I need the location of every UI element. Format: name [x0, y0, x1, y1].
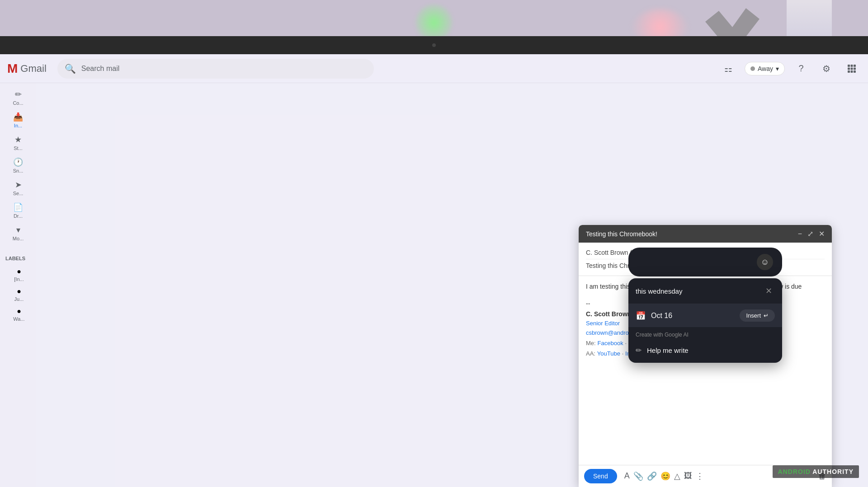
drive-icon[interactable]: △: [674, 471, 680, 481]
label-name-1: [In...: [14, 276, 24, 282]
snoozed-icon: 🕐: [13, 157, 23, 167]
sent-icon: ➤: [15, 180, 22, 190]
left-nav: ✏ Co... 📥 In... ★ St... 🕐 Sn... ➤ Se... …: [0, 83, 36, 487]
help-write-pencil-icon: ✏: [636, 346, 642, 355]
send-button[interactable]: Send: [584, 469, 617, 483]
help-write-label: Help me write: [647, 347, 689, 354]
sparkle-emoji: ☺: [761, 258, 769, 267]
compose-header-icons: − ⤢ ✕: [798, 229, 825, 238]
labels-section: Labels ● [In... ● Ju... ● Wa...: [0, 254, 36, 324]
ai-section-label: Create with Google AI: [636, 332, 775, 338]
gmail-m-icon: M: [7, 61, 18, 76]
laptop-camera: [432, 43, 436, 47]
insert-return-icon: ↵: [764, 312, 769, 319]
suggestion-left: 📅 Oct 16: [636, 311, 672, 321]
popup-query-text: this wednesday: [636, 287, 682, 295]
gmail-logo: M Gmail: [7, 61, 47, 76]
search-icon: 🔍: [65, 63, 76, 74]
smart-compose-popup: this wednesday ✕ 📅 Oct 16 Insert ↵: [628, 278, 782, 363]
suggestion-date: Oct 16: [651, 312, 672, 320]
popup-header: this wednesday ✕: [628, 278, 782, 304]
nav-item-sent[interactable]: ➤ Se...: [3, 177, 33, 199]
gmail-label: Gmail: [20, 63, 46, 75]
photo-icon[interactable]: 🖼: [684, 471, 692, 481]
help-me-write-option[interactable]: ✏ Help me write: [636, 342, 775, 358]
svg-rect-4: [850, 67, 853, 70]
svg-rect-1: [850, 65, 853, 67]
svg-rect-0: [848, 65, 850, 67]
nav-sent-label: Se...: [13, 191, 24, 196]
status-button[interactable]: Away ▾: [745, 62, 785, 75]
link-icon[interactable]: 🔗: [647, 471, 657, 481]
popup-close-button[interactable]: ✕: [762, 285, 775, 297]
settings-icon[interactable]: ⚙: [817, 60, 835, 78]
attachment-icon[interactable]: 📎: [633, 471, 643, 481]
sparkle-icon[interactable]: ☺: [757, 254, 773, 270]
more-icon: ▾: [16, 225, 20, 235]
label-name-3: Wa...: [13, 316, 24, 322]
link-sep-3: ·: [622, 350, 625, 357]
compose-title: Testing this Chromebook!: [586, 230, 657, 238]
watermark-white: AUTHORITY: [812, 468, 854, 475]
nav-starred-label: St...: [14, 145, 23, 151]
nav-item-snoozed[interactable]: 🕐 Sn...: [3, 155, 33, 176]
status-dot: [750, 66, 755, 71]
insert-label: Insert: [746, 312, 761, 319]
search-label: Search mail: [81, 65, 119, 73]
apps-grid-icon[interactable]: [843, 60, 861, 78]
nav-snoozed-label: Sn...: [13, 168, 24, 173]
nav-inbox-label: In...: [14, 123, 22, 128]
label-item-1[interactable]: ● [In...: [4, 265, 34, 285]
nav-item-more[interactable]: ▾ Mo...: [3, 222, 33, 244]
smart-compose-input-box[interactable]: ☺: [628, 248, 782, 276]
nav-item-compose[interactable]: ✏ Co...: [3, 87, 33, 108]
screen: M Gmail 🔍 Search mail ⚏ Away ▾ ? ⚙: [0, 54, 868, 487]
compose-expand-icon[interactable]: ⤢: [807, 229, 813, 238]
aa-youtube-link[interactable]: YouTube: [597, 350, 620, 357]
me-facebook-link[interactable]: Facebook: [598, 340, 623, 347]
svg-rect-3: [848, 67, 850, 70]
gmail-header: M Gmail 🔍 Search mail ⚏ Away ▾ ? ⚙: [0, 54, 868, 83]
gmail-search-bar[interactable]: 🔍 Search mail: [57, 59, 374, 79]
compose-minimize-icon[interactable]: −: [798, 230, 802, 238]
link-sep-1: ·: [625, 340, 628, 347]
nav-more-label: Mo...: [13, 236, 24, 241]
status-chevron-icon: ▾: [776, 65, 779, 72]
svg-rect-7: [850, 70, 853, 73]
watermark: ANDROID AUTHORITY: [773, 465, 859, 478]
calendar-icon: 📅: [636, 311, 646, 321]
laptop-bezel: [0, 36, 868, 54]
inbox-icon: 📥: [13, 112, 23, 122]
gmail-body: ✏ Co... 📥 In... ★ St... 🕐 Sn... ➤ Se... …: [0, 83, 868, 487]
compose-close-icon[interactable]: ✕: [819, 229, 825, 238]
watermark-green: ANDROID: [778, 468, 811, 475]
star-icon: ★: [14, 135, 22, 145]
aa-label: AA:: [586, 350, 595, 357]
popup-date-suggestion: 📅 Oct 16 Insert ↵: [628, 304, 782, 327]
compose-header: Testing this Chromebook! − ⤢ ✕: [579, 225, 832, 243]
more-options-icon[interactable]: ⋮: [696, 471, 704, 481]
compose-icon: ✏: [15, 89, 22, 99]
svg-rect-6: [848, 70, 850, 73]
popup-ai-section: Create with Google AI ✏ Help me write: [628, 327, 782, 363]
label-dot-3: ●: [17, 307, 21, 315]
format-icon[interactable]: A: [624, 471, 630, 481]
label-item-3[interactable]: ● Wa...: [4, 304, 34, 324]
nav-drafts-label: Dr...: [14, 213, 23, 219]
nav-compose-label: Co...: [13, 100, 23, 106]
filter-icon[interactable]: ⚏: [719, 60, 737, 78]
emoji-icon[interactable]: 😊: [660, 471, 670, 481]
drafts-icon: 📄: [13, 202, 23, 212]
nav-item-starred[interactable]: ★ St...: [3, 132, 33, 154]
svg-rect-8: [854, 70, 856, 73]
help-icon[interactable]: ?: [792, 60, 810, 78]
me-label: Me:: [586, 340, 596, 347]
smart-compose-container: ☺ this wednesday ✕ 📅: [628, 248, 782, 363]
label-dot-1: ●: [17, 267, 21, 276]
svg-rect-5: [854, 67, 856, 70]
insert-button[interactable]: Insert ↵: [740, 309, 775, 322]
label-item-2[interactable]: ● Ju...: [4, 285, 34, 304]
nav-item-inbox[interactable]: 📥 In...: [3, 109, 33, 131]
svg-rect-2: [854, 65, 856, 67]
nav-item-drafts[interactable]: 📄 Dr...: [3, 200, 33, 221]
